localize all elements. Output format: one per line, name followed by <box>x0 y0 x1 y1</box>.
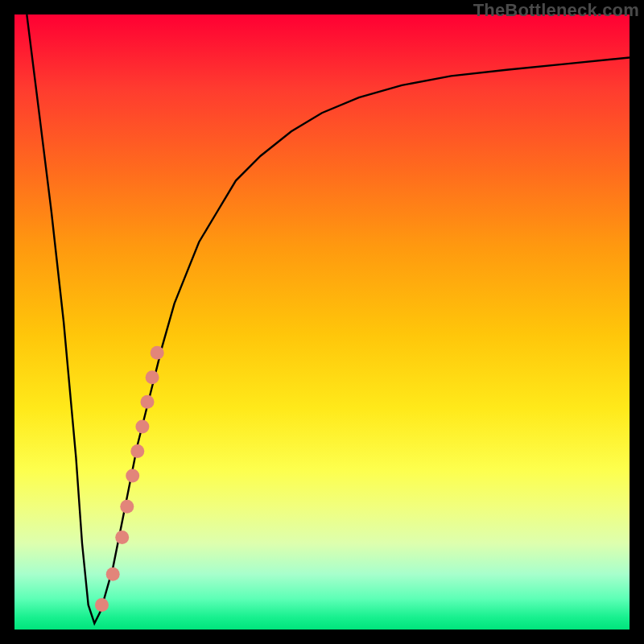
marker-dot <box>106 568 120 581</box>
marker-dot <box>151 346 164 360</box>
watermark-text: TheBottleneck.com <box>473 0 639 21</box>
marker-dot <box>115 530 129 544</box>
data-layer <box>14 14 630 630</box>
bottleneck-curve <box>27 14 630 623</box>
marker-dot <box>126 469 139 483</box>
marker-dot <box>120 500 134 514</box>
marker-dot <box>141 395 155 409</box>
marker-dot <box>135 419 149 433</box>
marker-dot <box>130 444 144 458</box>
marker-dot <box>146 370 159 384</box>
chart-frame: TheBottleneck.com <box>0 0 644 644</box>
marker-dot <box>95 598 109 612</box>
marker-group <box>95 346 164 612</box>
plot-area <box>14 14 630 630</box>
